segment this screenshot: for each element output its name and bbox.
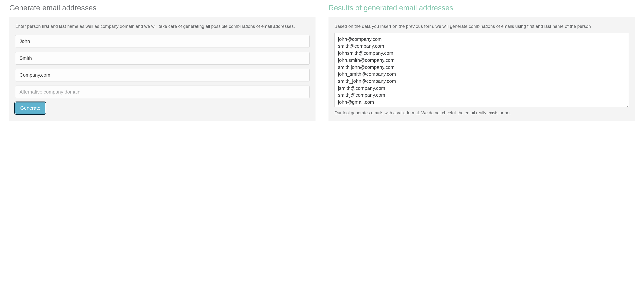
results-panel: Based on the data you insert on the prev… xyxy=(328,17,635,121)
generate-heading: Generate email addresses xyxy=(9,4,316,12)
last-name-input[interactable] xyxy=(15,52,310,65)
generate-column: Generate email addresses Enter person fi… xyxy=(9,4,316,121)
generate-description: Enter person first and last name as well… xyxy=(15,23,310,30)
results-description: Based on the data you insert on the prev… xyxy=(334,23,629,30)
alt-company-domain-input[interactable] xyxy=(15,86,310,98)
results-footnote: Our tool generates emails with a valid f… xyxy=(334,110,629,116)
results-heading: Results of generated email addresses xyxy=(328,4,635,12)
company-domain-input[interactable] xyxy=(15,69,310,81)
main-container: Generate email addresses Enter person fi… xyxy=(9,4,635,121)
generate-panel: Enter person first and last name as well… xyxy=(9,17,316,121)
results-textarea[interactable] xyxy=(334,33,629,107)
generate-button[interactable]: Generate xyxy=(15,102,45,114)
first-name-input[interactable] xyxy=(15,35,310,48)
results-column: Results of generated email addresses Bas… xyxy=(328,4,635,121)
